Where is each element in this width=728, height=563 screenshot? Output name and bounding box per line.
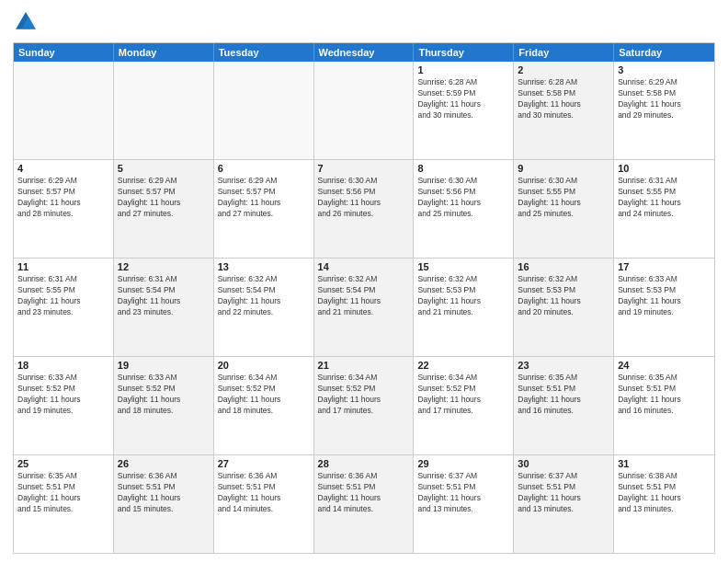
calendar-cell: 2Sunrise: 6:28 AM Sunset: 5:58 PM Daylig… bbox=[514, 62, 614, 159]
day-info: Sunrise: 6:33 AM Sunset: 5:53 PM Dayligh… bbox=[618, 274, 711, 318]
calendar-cell: 6Sunrise: 6:29 AM Sunset: 5:57 PM Daylig… bbox=[214, 160, 314, 258]
day-number: 28 bbox=[318, 458, 410, 469]
day-number: 6 bbox=[218, 163, 310, 174]
calendar-cell: 23Sunrise: 6:35 AM Sunset: 5:51 PM Dayli… bbox=[514, 357, 614, 454]
day-info: Sunrise: 6:34 AM Sunset: 5:52 PM Dayligh… bbox=[417, 373, 509, 417]
day-info: Sunrise: 6:31 AM Sunset: 5:55 PM Dayligh… bbox=[17, 274, 109, 318]
day-number: 15 bbox=[417, 261, 509, 272]
day-number: 30 bbox=[518, 458, 609, 469]
calendar-row-1: 1Sunrise: 6:28 AM Sunset: 5:59 PM Daylig… bbox=[14, 62, 714, 160]
day-number: 11 bbox=[17, 261, 109, 272]
day-info: Sunrise: 6:30 AM Sunset: 5:55 PM Dayligh… bbox=[518, 176, 609, 220]
day-number: 1 bbox=[417, 64, 509, 75]
calendar-row-3: 11Sunrise: 6:31 AM Sunset: 5:55 PM Dayli… bbox=[14, 259, 714, 357]
day-info: Sunrise: 6:29 AM Sunset: 5:58 PM Dayligh… bbox=[618, 77, 711, 121]
day-number: 16 bbox=[518, 261, 609, 272]
day-number: 22 bbox=[417, 360, 509, 371]
calendar-cell: 18Sunrise: 6:33 AM Sunset: 5:52 PM Dayli… bbox=[14, 357, 114, 454]
day-number: 18 bbox=[17, 360, 109, 371]
day-number: 26 bbox=[118, 458, 210, 469]
calendar-cell: 15Sunrise: 6:32 AM Sunset: 5:53 PM Dayli… bbox=[414, 259, 514, 356]
day-info: Sunrise: 6:28 AM Sunset: 5:58 PM Dayligh… bbox=[518, 77, 609, 121]
calendar-cell: 14Sunrise: 6:32 AM Sunset: 5:54 PM Dayli… bbox=[314, 259, 415, 356]
day-number: 17 bbox=[618, 261, 711, 272]
header bbox=[13, 9, 715, 35]
day-info: Sunrise: 6:35 AM Sunset: 5:51 PM Dayligh… bbox=[17, 471, 109, 515]
calendar-cell: 28Sunrise: 6:36 AM Sunset: 5:51 PM Dayli… bbox=[314, 455, 415, 553]
day-number: 10 bbox=[618, 163, 711, 174]
day-info: Sunrise: 6:37 AM Sunset: 5:51 PM Dayligh… bbox=[417, 471, 509, 515]
day-info: Sunrise: 6:35 AM Sunset: 5:51 PM Dayligh… bbox=[518, 373, 609, 417]
calendar-cell: 10Sunrise: 6:31 AM Sunset: 5:55 PM Dayli… bbox=[614, 160, 714, 258]
calendar-cell bbox=[214, 62, 314, 159]
calendar-cell: 5Sunrise: 6:29 AM Sunset: 5:57 PM Daylig… bbox=[114, 160, 214, 258]
day-number: 7 bbox=[318, 163, 410, 174]
day-number: 20 bbox=[218, 360, 310, 371]
calendar-row-4: 18Sunrise: 6:33 AM Sunset: 5:52 PM Dayli… bbox=[14, 357, 714, 455]
calendar-cell bbox=[14, 62, 114, 159]
day-info: Sunrise: 6:31 AM Sunset: 5:54 PM Dayligh… bbox=[118, 274, 210, 318]
logo-icon bbox=[13, 9, 39, 35]
day-header-tuesday: Tuesday bbox=[214, 43, 314, 62]
day-info: Sunrise: 6:30 AM Sunset: 5:56 PM Dayligh… bbox=[417, 176, 509, 220]
calendar-cell: 9Sunrise: 6:30 AM Sunset: 5:55 PM Daylig… bbox=[514, 160, 614, 258]
calendar-cell: 1Sunrise: 6:28 AM Sunset: 5:59 PM Daylig… bbox=[414, 62, 514, 159]
calendar-cell: 13Sunrise: 6:32 AM Sunset: 5:54 PM Dayli… bbox=[214, 259, 314, 356]
day-info: Sunrise: 6:36 AM Sunset: 5:51 PM Dayligh… bbox=[218, 471, 310, 515]
calendar-cell: 25Sunrise: 6:35 AM Sunset: 5:51 PM Dayli… bbox=[14, 455, 114, 553]
calendar-cell bbox=[314, 62, 415, 159]
day-number: 19 bbox=[118, 360, 210, 371]
day-info: Sunrise: 6:38 AM Sunset: 5:51 PM Dayligh… bbox=[618, 471, 711, 515]
day-info: Sunrise: 6:33 AM Sunset: 5:52 PM Dayligh… bbox=[17, 373, 109, 417]
calendar-cell: 3Sunrise: 6:29 AM Sunset: 5:58 PM Daylig… bbox=[614, 62, 714, 159]
calendar-cell bbox=[114, 62, 214, 159]
day-number: 21 bbox=[318, 360, 410, 371]
day-number: 25 bbox=[17, 458, 109, 469]
day-number: 29 bbox=[417, 458, 509, 469]
calendar-cell: 12Sunrise: 6:31 AM Sunset: 5:54 PM Dayli… bbox=[114, 259, 214, 356]
day-number: 27 bbox=[218, 458, 310, 469]
day-info: Sunrise: 6:28 AM Sunset: 5:59 PM Dayligh… bbox=[417, 77, 509, 121]
page: SundayMondayTuesdayWednesdayThursdayFrid… bbox=[0, 0, 728, 563]
calendar-header: SundayMondayTuesdayWednesdayThursdayFrid… bbox=[14, 43, 714, 62]
day-header-wednesday: Wednesday bbox=[314, 43, 415, 62]
calendar-cell: 8Sunrise: 6:30 AM Sunset: 5:56 PM Daylig… bbox=[414, 160, 514, 258]
calendar-cell: 21Sunrise: 6:34 AM Sunset: 5:52 PM Dayli… bbox=[314, 357, 415, 454]
day-info: Sunrise: 6:36 AM Sunset: 5:51 PM Dayligh… bbox=[118, 471, 210, 515]
day-info: Sunrise: 6:29 AM Sunset: 5:57 PM Dayligh… bbox=[218, 176, 310, 220]
day-info: Sunrise: 6:29 AM Sunset: 5:57 PM Dayligh… bbox=[118, 176, 210, 220]
day-header-sunday: Sunday bbox=[14, 43, 114, 62]
day-number: 9 bbox=[518, 163, 609, 174]
day-header-saturday: Saturday bbox=[614, 43, 714, 62]
calendar-cell: 22Sunrise: 6:34 AM Sunset: 5:52 PM Dayli… bbox=[414, 357, 514, 454]
calendar-row-5: 25Sunrise: 6:35 AM Sunset: 5:51 PM Dayli… bbox=[14, 455, 714, 553]
day-number: 23 bbox=[518, 360, 609, 371]
day-number: 24 bbox=[618, 360, 711, 371]
calendar-cell: 4Sunrise: 6:29 AM Sunset: 5:57 PM Daylig… bbox=[14, 160, 114, 258]
day-info: Sunrise: 6:32 AM Sunset: 5:54 PM Dayligh… bbox=[218, 274, 310, 318]
calendar-cell: 31Sunrise: 6:38 AM Sunset: 5:51 PM Dayli… bbox=[614, 455, 714, 553]
day-info: Sunrise: 6:31 AM Sunset: 5:55 PM Dayligh… bbox=[618, 176, 711, 220]
day-number: 4 bbox=[17, 163, 109, 174]
day-info: Sunrise: 6:35 AM Sunset: 5:51 PM Dayligh… bbox=[618, 373, 711, 417]
calendar-cell: 27Sunrise: 6:36 AM Sunset: 5:51 PM Dayli… bbox=[214, 455, 314, 553]
calendar-cell: 24Sunrise: 6:35 AM Sunset: 5:51 PM Dayli… bbox=[614, 357, 714, 454]
day-info: Sunrise: 6:33 AM Sunset: 5:52 PM Dayligh… bbox=[118, 373, 210, 417]
calendar: SundayMondayTuesdayWednesdayThursdayFrid… bbox=[13, 42, 715, 554]
calendar-cell: 11Sunrise: 6:31 AM Sunset: 5:55 PM Dayli… bbox=[14, 259, 114, 356]
calendar-cell: 7Sunrise: 6:30 AM Sunset: 5:56 PM Daylig… bbox=[314, 160, 415, 258]
day-number: 13 bbox=[218, 261, 310, 272]
logo bbox=[13, 9, 42, 35]
calendar-cell: 30Sunrise: 6:37 AM Sunset: 5:51 PM Dayli… bbox=[514, 455, 614, 553]
day-info: Sunrise: 6:32 AM Sunset: 5:53 PM Dayligh… bbox=[417, 274, 509, 318]
day-header-friday: Friday bbox=[514, 43, 614, 62]
day-number: 2 bbox=[518, 64, 609, 75]
day-number: 12 bbox=[118, 261, 210, 272]
day-info: Sunrise: 6:37 AM Sunset: 5:51 PM Dayligh… bbox=[518, 471, 609, 515]
calendar-row-2: 4Sunrise: 6:29 AM Sunset: 5:57 PM Daylig… bbox=[14, 160, 714, 259]
calendar-cell: 20Sunrise: 6:34 AM Sunset: 5:52 PM Dayli… bbox=[214, 357, 314, 454]
day-info: Sunrise: 6:34 AM Sunset: 5:52 PM Dayligh… bbox=[318, 373, 410, 417]
calendar-cell: 26Sunrise: 6:36 AM Sunset: 5:51 PM Dayli… bbox=[114, 455, 214, 553]
calendar-cell: 17Sunrise: 6:33 AM Sunset: 5:53 PM Dayli… bbox=[614, 259, 714, 356]
day-info: Sunrise: 6:32 AM Sunset: 5:54 PM Dayligh… bbox=[318, 274, 410, 318]
